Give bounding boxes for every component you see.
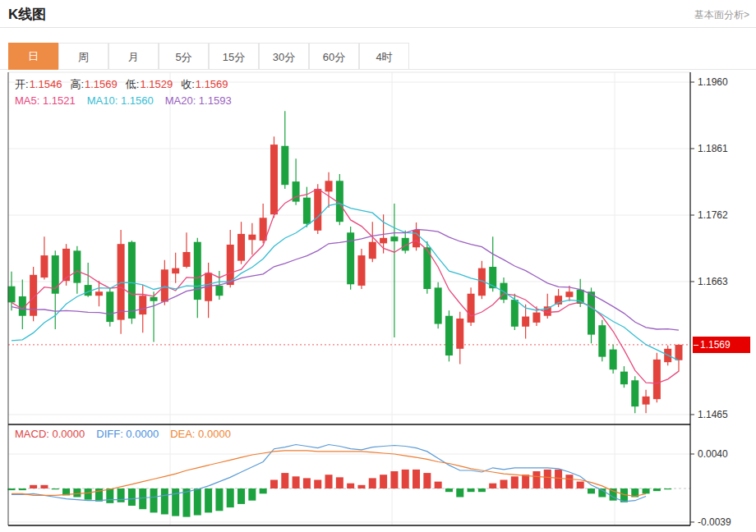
macd-bar — [270, 480, 278, 489]
candle-body — [194, 242, 201, 300]
macd-bar — [357, 485, 365, 488]
legend-item: DIFF: 0.0000 — [96, 428, 159, 440]
price-axis-tick: 1.1861 — [698, 143, 728, 154]
macd-bar — [468, 488, 475, 492]
price-axis-tick: 1.1465 — [698, 409, 728, 420]
macd-bar — [281, 473, 288, 488]
candle-body — [139, 296, 146, 314]
candle-body — [325, 181, 333, 191]
macd-bar — [577, 482, 584, 488]
candle-body — [675, 345, 683, 360]
macd-bar — [402, 470, 409, 488]
macd-bar — [653, 488, 661, 491]
macd-bar — [380, 475, 387, 488]
macd-bar — [588, 488, 595, 493]
candle-body — [128, 242, 136, 319]
macd-bar — [106, 488, 113, 503]
candle-body — [522, 317, 529, 327]
candle-body — [468, 294, 475, 323]
macd-bar — [150, 488, 158, 512]
macd-bar — [435, 482, 442, 488]
candle-body — [380, 238, 387, 244]
candle-body — [620, 372, 628, 385]
macd-axis-tick: 0.0040 — [698, 448, 728, 460]
macd-bar — [555, 470, 562, 488]
macd-bar — [369, 478, 376, 488]
candles — [8, 111, 683, 413]
macd-histogram — [8, 470, 672, 517]
candle-body — [150, 297, 158, 301]
macd-bar — [565, 475, 573, 488]
legend-item: MA20: 1.1593 — [165, 94, 232, 107]
macd-bar — [478, 488, 486, 492]
legend-item: MA5: 1.1521 — [15, 94, 76, 107]
ma5-line — [12, 189, 679, 383]
candle-body — [270, 144, 278, 214]
candle-body — [610, 350, 617, 370]
ohlc-legend: 开:1.1546高:1.1569低:1.1529收:1.1569 — [15, 77, 237, 92]
candle-body — [357, 255, 365, 286]
candle-body — [631, 380, 638, 406]
candle-body — [248, 235, 256, 241]
kline-page: K线图 基本面分析> 日周月5分15分30分60分4时 开:1.1546高:1.… — [0, 0, 756, 532]
macd-bar — [227, 488, 234, 507]
macd-bar — [248, 488, 256, 501]
candle-body — [643, 397, 650, 405]
macd-bar — [336, 477, 343, 488]
macd-bar — [237, 488, 245, 504]
macd-bar — [532, 471, 540, 488]
candle-body — [40, 255, 48, 277]
macd-bar — [423, 473, 431, 488]
candle-body — [172, 268, 179, 274]
legend-item: 开:1.1546 — [15, 78, 62, 90]
macd-bar — [445, 488, 453, 492]
price-axis-tick: 1.1663 — [698, 276, 728, 287]
macd-bar — [30, 485, 37, 488]
macd-bar — [19, 488, 26, 490]
candle-body — [369, 242, 376, 259]
candle-body — [95, 291, 103, 296]
macd-bar — [260, 488, 267, 493]
macd-bar — [215, 488, 223, 511]
candle-body — [182, 252, 190, 267]
ma-legend: MA5: 1.1521MA10: 1.1560MA20: 1.1593 — [15, 94, 243, 107]
macd-bar — [347, 484, 354, 488]
candle-body — [215, 286, 223, 296]
macd-bar — [128, 488, 136, 506]
macd-axis-tick: -0.0039 — [698, 516, 731, 528]
candle-body — [588, 291, 595, 334]
macd-bar — [500, 480, 508, 489]
candle-body — [511, 300, 519, 327]
macd-bar — [139, 488, 146, 509]
candle-body — [281, 146, 288, 185]
candle-body — [73, 250, 81, 282]
candle-body — [435, 287, 442, 323]
macd-bar — [73, 488, 81, 498]
macd-legend: MACD: 0.0000DIFF: 0.0000DEA: 0.0000 — [15, 428, 242, 440]
macd-bar — [390, 471, 398, 488]
macd-bar — [325, 475, 333, 488]
macd-bar — [172, 488, 179, 516]
macd-bar — [85, 488, 92, 500]
candle-body — [653, 360, 661, 399]
candle-body — [565, 291, 573, 297]
macd-bar — [194, 488, 201, 516]
candle-body — [390, 236, 398, 241]
macd-bar — [544, 470, 551, 488]
candle-body — [106, 291, 113, 322]
price-axis-tick: 1.1762 — [698, 209, 728, 221]
macd-bar — [664, 488, 671, 489]
macd-bar — [8, 488, 16, 490]
candle-body — [445, 316, 453, 355]
candle-body — [118, 244, 125, 319]
ma-lines — [12, 189, 679, 383]
candle-body — [8, 287, 16, 303]
candle-body — [413, 230, 420, 247]
macd-bar — [52, 488, 59, 489]
macd-bar — [303, 478, 311, 488]
macd-bar — [118, 488, 125, 502]
macd-bar — [511, 476, 519, 488]
legend-item: 收:1.1569 — [181, 78, 228, 90]
legend-item: MA10: 1.1560 — [87, 94, 154, 107]
current-price-badge: 1.1569 — [693, 337, 750, 353]
